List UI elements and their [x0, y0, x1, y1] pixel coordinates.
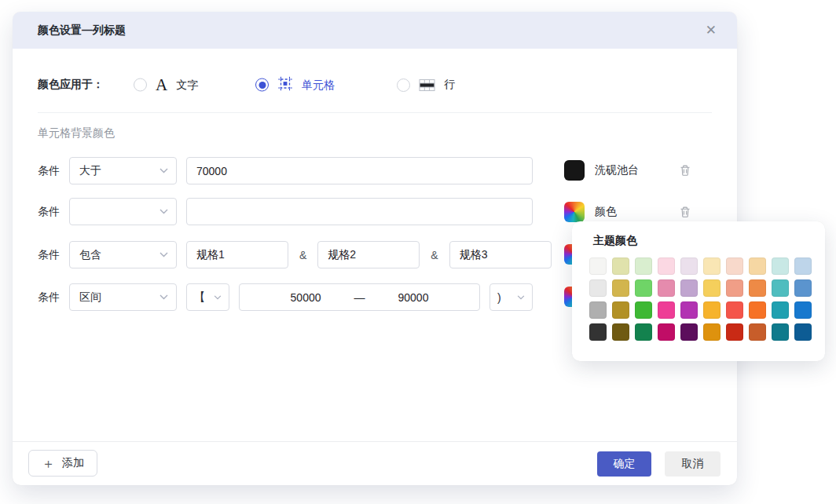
- theme-color-title: 主题颜色: [593, 234, 637, 248]
- theme-color-swatch-r3-c8[interactable]: [749, 301, 766, 319]
- footer-divider: [13, 441, 737, 442]
- radio-option-text[interactable]: A 文字: [134, 77, 198, 93]
- open-bracket-value: 【: [194, 290, 205, 305]
- theme-color-swatch-r2-c6[interactable]: [703, 279, 720, 297]
- theme-color-swatch-r3-c5[interactable]: [680, 301, 698, 319]
- theme-color-swatch-r2-c4[interactable]: [658, 279, 675, 297]
- theme-color-swatch-r1-c8[interactable]: [749, 257, 766, 275]
- range-min: 50000: [291, 291, 321, 304]
- spec-input-1[interactable]: [186, 241, 288, 268]
- theme-color-swatch-r4-c9[interactable]: [772, 323, 789, 341]
- theme-color-swatch-r4-c1[interactable]: [589, 323, 607, 341]
- color-swatch-rainbow[interactable]: [564, 202, 585, 222]
- theme-color-swatch-r2-c3[interactable]: [635, 279, 652, 297]
- operator-select[interactable]: [69, 198, 177, 225]
- plus-icon: ＋: [42, 457, 55, 470]
- theme-color-swatch-r2-c10[interactable]: [794, 279, 812, 297]
- theme-color-swatch-r1-c9[interactable]: [772, 257, 789, 275]
- operator-value: 区间: [79, 290, 101, 305]
- theme-color-swatch-r3-c1[interactable]: [589, 301, 607, 319]
- trash-icon[interactable]: [677, 163, 693, 178]
- close-bracket-select[interactable]: ): [490, 283, 533, 311]
- divider: [38, 112, 712, 113]
- cancel-button[interactable]: 取消: [665, 451, 720, 477]
- operator-select[interactable]: 大于: [69, 157, 177, 184]
- page: 颜色设置—列标题 ✕ 颜色应用于： A 文字 单元格: [0, 0, 836, 504]
- theme-color-swatch-r4-c10[interactable]: [794, 323, 812, 341]
- section-label: 单元格背景颜色: [38, 126, 115, 141]
- add-condition-button[interactable]: ＋ 添加: [28, 450, 97, 477]
- theme-color-swatch-r2-c8[interactable]: [749, 279, 766, 297]
- table-row-icon: [419, 79, 435, 92]
- theme-color-swatch-r3-c3[interactable]: [635, 301, 652, 319]
- chevron-down-icon: [160, 252, 168, 257]
- add-button-label: 添加: [62, 456, 84, 470]
- theme-color-swatch-r2-c5[interactable]: [680, 279, 698, 297]
- trash-icon[interactable]: [677, 204, 693, 220]
- chevron-down-icon: [517, 295, 525, 300]
- condition-row-1: 条件 大于: [38, 157, 533, 184]
- spec-input-2[interactable]: [317, 241, 420, 268]
- close-icon[interactable]: ✕: [702, 22, 720, 38]
- theme-color-swatch-r1-c6[interactable]: [703, 257, 720, 275]
- theme-color-swatch-r3-c4[interactable]: [658, 301, 675, 319]
- radio-checked-icon[interactable]: [255, 79, 269, 92]
- operator-value: 大于: [79, 164, 101, 178]
- apply-to-label: 颜色应用于：: [38, 78, 104, 92]
- condition-row-2: 条件: [38, 198, 533, 225]
- theme-color-swatch-r4-c3[interactable]: [635, 323, 652, 341]
- radio-option-cell[interactable]: 单元格: [255, 76, 335, 94]
- theme-color-swatch-r2-c2[interactable]: [612, 279, 629, 297]
- text-a-icon: A: [156, 77, 167, 93]
- radio-option-row[interactable]: 行: [397, 78, 455, 92]
- theme-color-swatch-r1-c10[interactable]: [794, 257, 812, 275]
- theme-color-swatch-r4-c6[interactable]: [703, 323, 720, 341]
- radio-unchecked-icon[interactable]: [134, 79, 147, 92]
- color-name: 洗砚池台: [595, 163, 677, 177]
- radio-unchecked-icon[interactable]: [397, 79, 410, 92]
- range-input[interactable]: 50000 — 90000: [239, 283, 480, 311]
- range-max: 90000: [398, 291, 429, 304]
- condition-label: 条件: [38, 164, 60, 178]
- and-separator: &: [299, 249, 306, 261]
- condition-label: 条件: [38, 248, 60, 262]
- theme-color-swatch-r2-c7[interactable]: [726, 279, 743, 297]
- theme-color-popup: 主题颜色: [572, 221, 825, 361]
- theme-color-swatch-r1-c3[interactable]: [635, 257, 652, 275]
- theme-color-swatch-r1-c5[interactable]: [680, 257, 698, 275]
- theme-color-swatch-r1-c7[interactable]: [726, 257, 743, 275]
- theme-color-swatch-r3-c10[interactable]: [794, 301, 812, 319]
- cell-selection-icon: [277, 76, 293, 94]
- spec-input-3[interactable]: [449, 241, 552, 268]
- theme-color-swatch-r3-c7[interactable]: [726, 301, 743, 319]
- operator-select[interactable]: 包含: [69, 241, 177, 268]
- apply-to-row: 颜色应用于： A 文字 单元格: [13, 71, 737, 99]
- theme-color-swatch-r3-c9[interactable]: [772, 301, 789, 319]
- theme-color-swatch-r4-c7[interactable]: [726, 323, 743, 341]
- theme-color-swatch-r2-c1[interactable]: [589, 279, 607, 297]
- theme-color-swatch-r4-c4[interactable]: [658, 323, 675, 341]
- theme-color-swatch-r1-c4[interactable]: [658, 257, 675, 275]
- range-dash: —: [354, 291, 365, 304]
- condition-row-3: 条件 包含 & &: [38, 241, 552, 268]
- radio-option-label: 单元格: [302, 78, 335, 92]
- theme-color-swatch-r2-c9[interactable]: [772, 279, 789, 297]
- dialog-header: 颜色设置—列标题 ✕: [13, 12, 737, 49]
- operator-select[interactable]: 区间: [69, 283, 177, 311]
- theme-color-swatch-r4-c5[interactable]: [680, 323, 698, 341]
- theme-color-swatch-r3-c6[interactable]: [703, 301, 720, 319]
- condition-value-input[interactable]: [186, 157, 533, 184]
- condition-row-4: 条件 区间 【 50000 — 90000 ): [38, 283, 533, 311]
- open-bracket-select[interactable]: 【: [186, 283, 229, 311]
- color-swatch-black[interactable]: [564, 160, 585, 181]
- theme-color-swatch-r3-c2[interactable]: [612, 301, 629, 319]
- chevron-down-icon: [160, 294, 168, 300]
- theme-color-swatch-r4-c2[interactable]: [612, 323, 629, 341]
- condition-value-input[interactable]: [186, 198, 533, 225]
- chevron-down-icon: [160, 209, 168, 214]
- ok-button[interactable]: 确定: [597, 451, 651, 477]
- condition-label: 条件: [38, 290, 60, 305]
- theme-color-swatch-r1-c2[interactable]: [612, 257, 629, 275]
- theme-color-swatch-r1-c1[interactable]: [589, 257, 607, 275]
- theme-color-swatch-r4-c8[interactable]: [749, 323, 766, 341]
